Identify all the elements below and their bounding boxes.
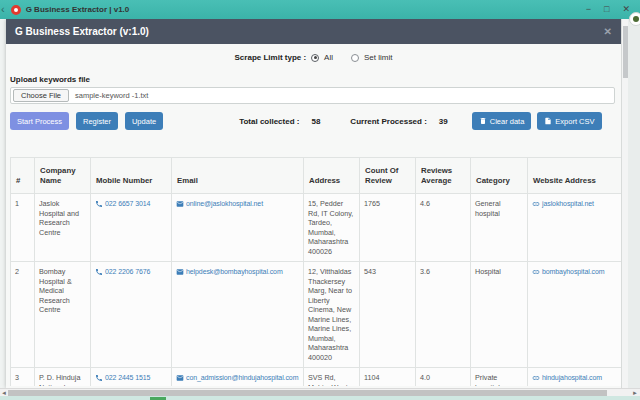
- total-collected-label: Total collected :: [239, 117, 299, 126]
- col-avg: Reviews Average: [416, 158, 471, 194]
- col-email: Email: [172, 158, 304, 194]
- current-processed-label: Current Processed :: [350, 117, 426, 126]
- col-address: Address: [304, 158, 360, 194]
- total-collected-value: 58: [311, 117, 320, 126]
- extractor-modal: G Business Extractor (v:1.0) ✕ Scrape Li…: [6, 19, 621, 388]
- email-link[interactable]: con_admission@hindujahospital.com: [176, 373, 298, 383]
- phone-icon: [95, 374, 103, 382]
- link-icon: [532, 374, 540, 382]
- email-link[interactable]: online@jaslokhospital.net: [176, 199, 263, 209]
- current-processed-value: 39: [439, 117, 448, 126]
- table-row: 3 P. D. Hinduja National 022 2445 1515 c…: [11, 368, 622, 387]
- vertical-scrollbar-thumb[interactable]: [623, 26, 628, 78]
- radio-all[interactable]: [311, 54, 319, 62]
- envelope-icon: [176, 268, 184, 276]
- email-link[interactable]: helpdesk@bombayhospital.com: [176, 267, 283, 277]
- export-csv-button[interactable]: Export CSV: [537, 112, 601, 130]
- modal-close-icon[interactable]: ✕: [604, 26, 612, 37]
- keywords-file-input[interactable]: Choose File sample-keyword -1.txt: [10, 87, 615, 104]
- register-button[interactable]: Register: [76, 112, 118, 130]
- col-website: Website Address: [528, 158, 622, 194]
- horizontal-scrollbar[interactable]: ◄ ►: [0, 388, 640, 396]
- results-table: # Company Name Mobile Number Email Addre…: [10, 157, 621, 386]
- maximize-button[interactable]: □: [604, 5, 609, 14]
- back-arrow-icon[interactable]: ‹: [1, 4, 5, 15]
- window-title: G Business Extractor | v1.0: [26, 5, 130, 14]
- envelope-icon: [176, 200, 184, 208]
- background-bottom-strip: [0, 396, 640, 400]
- horizontal-scrollbar-thumb[interactable]: [8, 390, 607, 396]
- file-icon: [544, 117, 552, 125]
- selected-filename: sample-keyword -1.txt: [75, 91, 148, 100]
- col-num: #: [11, 158, 35, 194]
- radio-set-limit-label[interactable]: Set limit: [364, 53, 392, 62]
- upload-keywords-label: Upload keywords file: [10, 75, 621, 84]
- update-button[interactable]: Update: [125, 112, 163, 130]
- phone-icon: [95, 200, 103, 208]
- table-row: 1 Jaslok Hospital and Research Centre 02…: [11, 194, 622, 262]
- col-company: Company Name: [35, 158, 91, 194]
- profile-logo-icon: [629, 12, 640, 26]
- radio-all-label[interactable]: All: [324, 53, 333, 62]
- modal-title: G Business Extractor (v:1.0): [15, 26, 149, 37]
- col-category: Category: [471, 158, 528, 194]
- app-icon: [11, 5, 21, 15]
- table-row: 2 Bombay Hospital & Medical Research Cen…: [11, 262, 622, 368]
- radio-set-limit[interactable]: [351, 54, 359, 62]
- start-process-button[interactable]: Start Process: [10, 112, 69, 130]
- actions-row: Start Process Register Update Total coll…: [10, 112, 621, 130]
- vertical-scrollbar[interactable]: [621, 19, 628, 388]
- modal-header: G Business Extractor (v:1.0) ✕: [6, 19, 621, 44]
- website-link[interactable]: hindujahospital.com: [532, 373, 602, 383]
- phone-link[interactable]: 022 2445 1515: [95, 373, 150, 383]
- scrape-limit-label: Scrape Limit type :: [235, 53, 307, 62]
- website-link[interactable]: jaslokhospital.net: [532, 199, 594, 209]
- col-mobile: Mobile Number: [91, 158, 172, 194]
- trash-icon: [479, 117, 487, 125]
- envelope-icon: [176, 374, 184, 382]
- link-icon: [532, 268, 540, 276]
- website-link[interactable]: bombayhospital.com: [532, 267, 604, 277]
- col-count: Count Of Review: [360, 158, 416, 194]
- scroll-right-arrow-icon[interactable]: ►: [632, 389, 638, 397]
- scrape-limit-group: Scrape Limit type : All Set limit: [6, 53, 621, 62]
- window-close-button[interactable]: ✕: [622, 5, 630, 14]
- modal-body: Scrape Limit type : All Set limit Upload…: [6, 44, 621, 388]
- phone-link[interactable]: 022 6657 3014: [95, 199, 150, 209]
- background-right-strip: [628, 19, 640, 400]
- scroll-left-arrow-icon[interactable]: ◄: [1, 389, 7, 397]
- table-header-row: # Company Name Mobile Number Email Addre…: [11, 158, 622, 194]
- clear-data-button[interactable]: Clear data: [472, 112, 532, 130]
- minimize-button[interactable]: −: [586, 5, 591, 14]
- link-icon: [532, 200, 540, 208]
- choose-file-button[interactable]: Choose File: [13, 89, 69, 102]
- phone-link[interactable]: 022 2206 7676: [95, 267, 150, 277]
- phone-icon: [95, 268, 103, 276]
- window-titlebar: ‹ G Business Extractor | v1.0 − □ ✕: [0, 0, 640, 19]
